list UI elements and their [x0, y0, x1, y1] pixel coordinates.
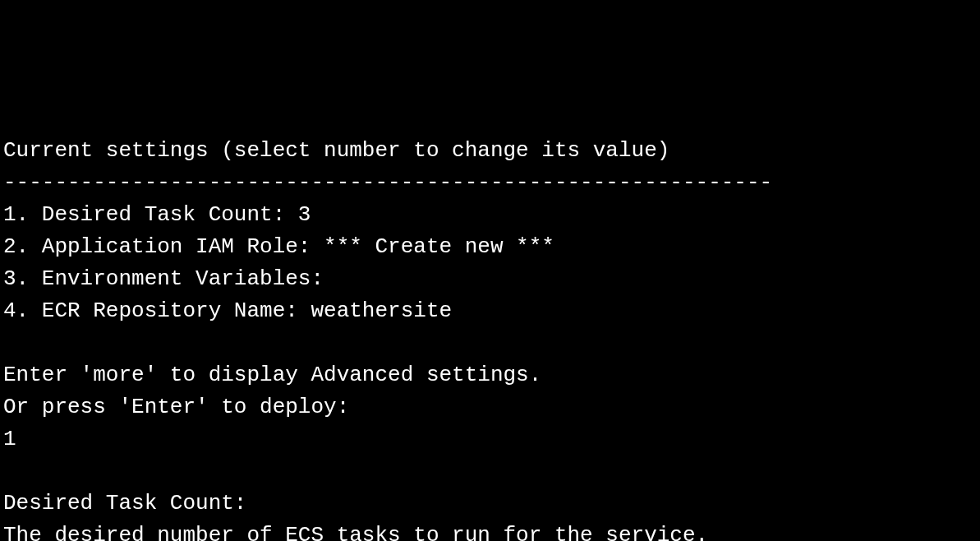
task-count-title: Desired Task Count: [3, 488, 977, 520]
user-input-1[interactable]: 1 [3, 423, 977, 455]
setting-item-3: 3. Environment Variables: [3, 263, 977, 295]
setting-item-2: 2. Application IAM Role: *** Create new … [3, 231, 977, 263]
advanced-settings-hint: Enter 'more' to display Advanced setting… [3, 359, 977, 391]
blank-line-1 [3, 327, 977, 359]
setting-item-1: 1. Desired Task Count: 3 [3, 199, 977, 231]
blank-line-2 [3, 455, 977, 488]
divider: ----------------------------------------… [3, 167, 977, 199]
setting-item-4: 4. ECR Repository Name: weathersite [3, 295, 977, 327]
task-count-description: The desired number of ECS tasks to run f… [3, 520, 977, 541]
settings-header: Current settings (select number to chang… [3, 135, 977, 167]
deploy-prompt: Or press 'Enter' to deploy: [3, 391, 977, 423]
